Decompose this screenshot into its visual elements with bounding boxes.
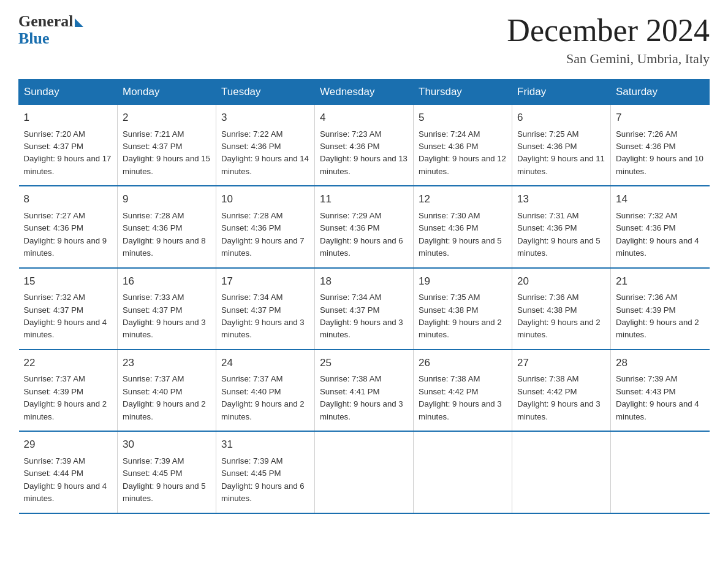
calendar-week-row: 29Sunrise: 7:39 AMSunset: 4:44 PMDayligh… [19, 431, 710, 513]
day-number: 8 [24, 191, 113, 207]
calendar-cell: 4Sunrise: 7:23 AMSunset: 4:36 PMDaylight… [315, 105, 414, 186]
day-number: 15 [24, 274, 113, 289]
calendar-cell: 31Sunrise: 7:39 AMSunset: 4:45 PMDayligh… [216, 431, 315, 513]
day-info: Sunrise: 7:22 AMSunset: 4:36 PMDaylight:… [221, 128, 309, 178]
calendar-week-row: 22Sunrise: 7:37 AMSunset: 4:39 PMDayligh… [19, 350, 710, 431]
logo-blue-text: Blue [18, 29, 50, 48]
day-info: Sunrise: 7:21 AMSunset: 4:37 PMDaylight:… [123, 128, 211, 178]
logo-arrow-icon [75, 18, 83, 27]
calendar-cell: 20Sunrise: 7:36 AMSunset: 4:38 PMDayligh… [512, 268, 611, 350]
day-number: 22 [24, 355, 113, 371]
day-number: 20 [517, 274, 605, 289]
day-info: Sunrise: 7:32 AMSunset: 4:36 PMDaylight:… [616, 210, 705, 260]
day-info: Sunrise: 7:36 AMSunset: 4:39 PMDaylight:… [616, 291, 705, 342]
day-info: Sunrise: 7:37 AMSunset: 4:39 PMDaylight:… [24, 373, 113, 423]
day-info: Sunrise: 7:38 AMSunset: 4:42 PMDaylight:… [517, 373, 605, 423]
calendar-week-row: 15Sunrise: 7:32 AMSunset: 4:37 PMDayligh… [19, 268, 710, 350]
calendar-cell: 19Sunrise: 7:35 AMSunset: 4:38 PMDayligh… [414, 268, 512, 350]
title-block: December 2024 San Gemini, Umbria, Italy [507, 12, 710, 67]
calendar-cell: 27Sunrise: 7:38 AMSunset: 4:42 PMDayligh… [512, 350, 611, 431]
day-info: Sunrise: 7:39 AMSunset: 4:43 PMDaylight:… [616, 373, 705, 423]
day-number: 1 [24, 110, 113, 126]
calendar-table: SundayMondayTuesdayWednesdayThursdayFrid… [18, 79, 710, 514]
calendar-cell: 14Sunrise: 7:32 AMSunset: 4:36 PMDayligh… [611, 186, 710, 267]
day-number: 30 [123, 437, 211, 453]
calendar-cell [611, 431, 710, 513]
logo: General Blue [18, 12, 83, 48]
day-number: 31 [221, 437, 309, 453]
day-info: Sunrise: 7:37 AMSunset: 4:40 PMDaylight:… [221, 373, 309, 423]
day-info: Sunrise: 7:36 AMSunset: 4:38 PMDaylight:… [517, 291, 605, 342]
day-info: Sunrise: 7:20 AMSunset: 4:37 PMDaylight:… [24, 128, 113, 178]
day-info: Sunrise: 7:38 AMSunset: 4:42 PMDaylight:… [419, 373, 507, 423]
calendar-cell: 2Sunrise: 7:21 AMSunset: 4:37 PMDaylight… [118, 105, 216, 186]
day-info: Sunrise: 7:39 AMSunset: 4:45 PMDaylight:… [123, 455, 211, 505]
day-number: 25 [320, 355, 408, 371]
calendar-cell [414, 431, 512, 513]
calendar-cell: 30Sunrise: 7:39 AMSunset: 4:45 PMDayligh… [118, 431, 216, 513]
weekday-header-thursday: Thursday [414, 80, 512, 105]
day-number: 3 [221, 110, 309, 126]
calendar-cell: 11Sunrise: 7:29 AMSunset: 4:36 PMDayligh… [315, 186, 414, 267]
calendar-cell: 16Sunrise: 7:33 AMSunset: 4:37 PMDayligh… [118, 268, 216, 350]
calendar-cell: 21Sunrise: 7:36 AMSunset: 4:39 PMDayligh… [611, 268, 710, 350]
day-info: Sunrise: 7:30 AMSunset: 4:36 PMDaylight:… [419, 210, 507, 260]
day-info: Sunrise: 7:26 AMSunset: 4:36 PMDaylight:… [616, 128, 705, 178]
calendar-cell: 3Sunrise: 7:22 AMSunset: 4:36 PMDaylight… [216, 105, 315, 186]
day-info: Sunrise: 7:29 AMSunset: 4:36 PMDaylight:… [320, 210, 408, 260]
weekday-header-friday: Friday [512, 80, 611, 105]
calendar-cell: 29Sunrise: 7:39 AMSunset: 4:44 PMDayligh… [19, 431, 118, 513]
day-number: 13 [517, 191, 605, 207]
day-number: 12 [419, 191, 507, 207]
calendar-cell: 23Sunrise: 7:37 AMSunset: 4:40 PMDayligh… [118, 350, 216, 431]
weekday-header-monday: Monday [118, 80, 216, 105]
day-number: 9 [123, 191, 211, 207]
calendar-cell: 22Sunrise: 7:37 AMSunset: 4:39 PMDayligh… [19, 350, 118, 431]
day-number: 18 [320, 274, 408, 289]
weekday-header-wednesday: Wednesday [315, 80, 414, 105]
day-number: 26 [419, 355, 507, 371]
logo-general-text: General [18, 12, 74, 31]
day-number: 27 [517, 355, 605, 371]
day-info: Sunrise: 7:34 AMSunset: 4:37 PMDaylight:… [221, 291, 309, 342]
day-info: Sunrise: 7:39 AMSunset: 4:45 PMDaylight:… [221, 455, 309, 505]
day-info: Sunrise: 7:27 AMSunset: 4:36 PMDaylight:… [24, 210, 113, 260]
page-header: General Blue December 2024 San Gemini, U… [18, 12, 710, 67]
day-number: 19 [419, 274, 507, 289]
calendar-cell: 7Sunrise: 7:26 AMSunset: 4:36 PMDaylight… [611, 105, 710, 186]
day-info: Sunrise: 7:23 AMSunset: 4:36 PMDaylight:… [320, 128, 408, 178]
calendar-cell: 28Sunrise: 7:39 AMSunset: 4:43 PMDayligh… [611, 350, 710, 431]
calendar-cell: 1Sunrise: 7:20 AMSunset: 4:37 PMDaylight… [19, 105, 118, 186]
day-number: 23 [123, 355, 211, 371]
day-number: 16 [123, 274, 211, 289]
calendar-cell: 12Sunrise: 7:30 AMSunset: 4:36 PMDayligh… [414, 186, 512, 267]
calendar-cell: 10Sunrise: 7:28 AMSunset: 4:36 PMDayligh… [216, 186, 315, 267]
day-number: 24 [221, 355, 309, 371]
day-number: 21 [616, 274, 705, 289]
location-text: San Gemini, Umbria, Italy [507, 51, 710, 67]
weekday-header-row: SundayMondayTuesdayWednesdayThursdayFrid… [19, 80, 710, 105]
day-number: 6 [517, 110, 605, 126]
day-info: Sunrise: 7:38 AMSunset: 4:41 PMDaylight:… [320, 373, 408, 423]
weekday-header-saturday: Saturday [611, 80, 710, 105]
day-info: Sunrise: 7:37 AMSunset: 4:40 PMDaylight:… [123, 373, 211, 423]
day-number: 7 [616, 110, 705, 126]
day-number: 29 [24, 437, 113, 453]
calendar-cell: 24Sunrise: 7:37 AMSunset: 4:40 PMDayligh… [216, 350, 315, 431]
day-info: Sunrise: 7:31 AMSunset: 4:36 PMDaylight:… [517, 210, 605, 260]
calendar-cell: 18Sunrise: 7:34 AMSunset: 4:37 PMDayligh… [315, 268, 414, 350]
day-number: 14 [616, 191, 705, 207]
month-title: December 2024 [507, 12, 710, 48]
calendar-cell: 5Sunrise: 7:24 AMSunset: 4:36 PMDaylight… [414, 105, 512, 186]
day-number: 4 [320, 110, 408, 126]
day-number: 28 [616, 355, 705, 371]
calendar-cell: 26Sunrise: 7:38 AMSunset: 4:42 PMDayligh… [414, 350, 512, 431]
day-number: 5 [419, 110, 507, 126]
calendar-cell: 25Sunrise: 7:38 AMSunset: 4:41 PMDayligh… [315, 350, 414, 431]
calendar-cell: 8Sunrise: 7:27 AMSunset: 4:36 PMDaylight… [19, 186, 118, 267]
day-info: Sunrise: 7:28 AMSunset: 4:36 PMDaylight:… [123, 210, 211, 260]
calendar-cell: 15Sunrise: 7:32 AMSunset: 4:37 PMDayligh… [19, 268, 118, 350]
calendar-cell [512, 431, 611, 513]
day-info: Sunrise: 7:34 AMSunset: 4:37 PMDaylight:… [320, 291, 408, 342]
calendar-cell: 6Sunrise: 7:25 AMSunset: 4:36 PMDaylight… [512, 105, 611, 186]
